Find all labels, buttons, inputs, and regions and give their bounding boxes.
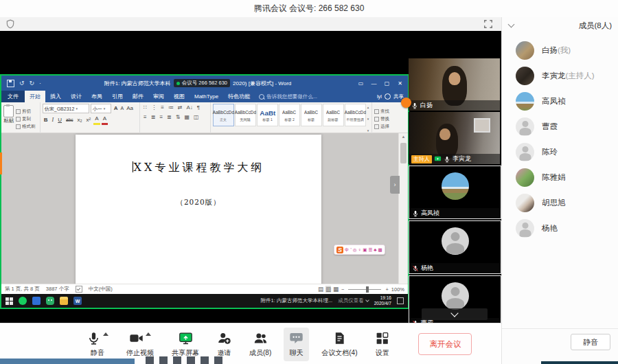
tell-me-search[interactable]: 告诉我您想要做什么... bbox=[259, 93, 317, 100]
member-row[interactable]: 李寅龙(主持人) bbox=[502, 63, 618, 89]
font-tool-button[interactable]: A bbox=[119, 104, 126, 113]
window-titlebar[interactable]: 腾讯会议 会议号: 266 582 630 bbox=[0, 0, 618, 18]
style-chip[interactable]: AaBbCcDd无间隔 bbox=[235, 104, 256, 126]
editing-button[interactable]: 替换 bbox=[374, 116, 406, 122]
undo-icon[interactable]: ↺ bbox=[19, 80, 25, 87]
word-tab-9[interactable]: 视图 bbox=[169, 91, 190, 102]
taskbar-wechat-icon[interactable] bbox=[46, 297, 54, 305]
sogou-tool-icon[interactable]: ' bbox=[351, 247, 352, 253]
font-tool-button[interactable]: x² bbox=[85, 116, 93, 124]
font-tool-button[interactable]: B bbox=[43, 116, 49, 124]
zoom-in-icon[interactable]: + bbox=[385, 286, 388, 293]
font-tool-button[interactable]: x₂ bbox=[76, 116, 84, 124]
member-row[interactable]: 高凤祯 bbox=[502, 89, 618, 114]
paragraph-tool-button[interactable]: ⇅ bbox=[174, 113, 182, 122]
zoom-level[interactable]: 100% bbox=[391, 286, 404, 293]
paste-button[interactable]: 粘贴 bbox=[3, 104, 14, 134]
panel-mute-button[interactable]: 静音 bbox=[571, 334, 610, 350]
spellcheck-icon[interactable] bbox=[76, 286, 82, 293]
style-chip[interactable]: AaBbCcDd正文 bbox=[213, 104, 234, 126]
toolbar-chat-button[interactable]: 聊天 bbox=[284, 328, 309, 361]
font-tool-button[interactable]: A bbox=[113, 104, 119, 113]
style-chip[interactable]: AaBbCcDd不明显强调 bbox=[345, 104, 366, 126]
word-quick-access-toolbar[interactable]: ↺ ↻ · bbox=[7, 80, 41, 87]
word-tab-1[interactable]: 文件 bbox=[1, 91, 25, 102]
view-mode-icon[interactable]: ▥ bbox=[325, 286, 331, 293]
word-account-area[interactable]: lyl 共享 bbox=[377, 93, 404, 100]
clipboard-button[interactable]: 剪切 bbox=[16, 109, 36, 115]
word-titlebar[interactable]: ↺ ↻ · 附件1: 内蒙古师范大学本科 会议号 266 582 630 202… bbox=[1, 76, 408, 91]
paragraph-tool-button[interactable]: ≣ bbox=[165, 113, 173, 122]
word-count[interactable]: 3887 个字 bbox=[46, 286, 69, 293]
taskbar-doc-title[interactable]: 附件1: 内蒙古师范大学本科理... bbox=[261, 297, 333, 304]
sogou-tool-icon[interactable]: ▣ bbox=[363, 247, 367, 253]
paragraph-tool-button[interactable]: ◫ bbox=[192, 113, 201, 122]
word-tab-6[interactable]: 引用 bbox=[107, 91, 128, 102]
paragraph-tool-button[interactable]: ¶ bbox=[196, 104, 201, 112]
taskbar-word-icon[interactable]: W bbox=[73, 297, 82, 305]
minimize-icon[interactable]: — bbox=[367, 77, 380, 89]
word-tab-5[interactable]: 布局 bbox=[87, 91, 107, 102]
scroll-up-icon[interactable]: ▲ bbox=[399, 133, 408, 140]
style-chip[interactable]: AaBt标题 1 bbox=[257, 104, 278, 126]
save-icon[interactable] bbox=[7, 80, 14, 87]
font-tool-button[interactable]: A bbox=[102, 115, 108, 125]
taskbar-app-green-icon[interactable] bbox=[19, 297, 27, 305]
windows-start-icon[interactable] bbox=[5, 297, 13, 305]
sogou-logo-icon[interactable]: S bbox=[336, 247, 343, 253]
video-tile[interactable]: 杨艳 bbox=[409, 220, 501, 274]
document-scrollbar[interactable]: ▲ bbox=[398, 133, 408, 284]
paragraph-tool-button[interactable]: ▦ bbox=[183, 113, 192, 122]
toolbar-meeting-docs-button[interactable]: 会议文档(4) bbox=[316, 328, 363, 361]
font-tool-button[interactable]: abc bbox=[65, 116, 74, 124]
toolbar-mute-button[interactable]: 静音 bbox=[81, 328, 114, 361]
word-tab-11[interactable]: 特色功能 bbox=[223, 91, 255, 102]
sogou-input-toolbar[interactable]: S 中'◎♀▣☰♣▩ bbox=[334, 244, 385, 255]
taskbar-app-blue-icon[interactable] bbox=[32, 297, 41, 305]
scrollbar-thumb[interactable] bbox=[400, 143, 407, 163]
taskbar-folder-icon[interactable] bbox=[60, 297, 68, 305]
toolbar-members-button[interactable]: 成员(8) bbox=[244, 328, 277, 361]
paragraph-tool-button[interactable]: ⇄ bbox=[176, 104, 184, 112]
paragraph-tool-button[interactable]: ≡ bbox=[142, 113, 148, 122]
zoom-out-icon[interactable]: − bbox=[341, 286, 344, 293]
next-page-tab[interactable]: › bbox=[390, 176, 400, 194]
paragraph-tool-button[interactable]: A↓ bbox=[185, 104, 194, 112]
video-strip-collapse-button[interactable] bbox=[422, 308, 488, 320]
paragraph-tool-button[interactable]: ⋮ bbox=[150, 104, 158, 112]
member-row[interactable]: 胡思旭 bbox=[502, 190, 618, 216]
zoom-slider[interactable] bbox=[348, 289, 381, 290]
sogou-tool-icon[interactable]: ♀ bbox=[358, 247, 361, 253]
page-indicator[interactable]: 第 1 页, 共 8 页 bbox=[5, 286, 40, 293]
sogou-tool-icon[interactable]: ▩ bbox=[378, 247, 382, 253]
clipboard-button[interactable]: 格式刷 bbox=[16, 124, 36, 130]
paragraph-tool-button[interactable]: ≔ bbox=[167, 104, 175, 112]
view-mode-icon[interactable]: ▦ bbox=[333, 286, 339, 293]
word-tab-7[interactable]: 邮件 bbox=[128, 91, 148, 102]
leave-meeting-button[interactable]: 离开会议 bbox=[418, 333, 472, 355]
font-tool-button[interactable]: Aa bbox=[125, 104, 135, 113]
style-chip[interactable]: AaBbC副标题 bbox=[323, 104, 344, 126]
paragraph-tool-button[interactable]: ≡ bbox=[158, 113, 164, 122]
sogou-tool-icon[interactable]: 中 bbox=[345, 247, 350, 253]
editing-button[interactable]: 查找 bbox=[374, 109, 406, 115]
word-tab-2[interactable]: 开始 bbox=[25, 91, 45, 102]
font-tool-button[interactable]: A bbox=[93, 115, 100, 125]
sogou-tool-icon[interactable]: ☰ bbox=[368, 247, 372, 253]
ribbon-display-icon[interactable]: ▭ bbox=[354, 77, 367, 89]
share-permission-hint[interactable]: 成员仅查看 bbox=[338, 297, 369, 304]
member-row[interactable]: 曹霞 bbox=[502, 114, 618, 139]
font-name-select[interactable]: 仿宋_GB2312 bbox=[43, 104, 89, 113]
style-chip[interactable]: AaBbC标题 bbox=[301, 104, 322, 126]
sogou-tool-icon[interactable]: ♣ bbox=[374, 247, 376, 253]
paragraph-tool-button[interactable]: ∷ bbox=[142, 104, 148, 112]
word-tab-10[interactable]: MathType bbox=[190, 91, 223, 102]
video-tile[interactable]: 白扬 bbox=[409, 58, 500, 111]
member-row[interactable]: 陈雅娟 bbox=[502, 165, 618, 190]
word-tab-8[interactable]: 审阅 bbox=[148, 91, 169, 102]
fullscreen-icon[interactable] bbox=[483, 19, 493, 29]
word-tab-4[interactable]: 设计 bbox=[66, 91, 87, 102]
floating-plugin-ball[interactable] bbox=[401, 98, 411, 108]
chevron-down-icon[interactable] bbox=[508, 21, 515, 28]
style-gallery-scroll[interactable]: ▴▾▾ bbox=[367, 104, 369, 134]
